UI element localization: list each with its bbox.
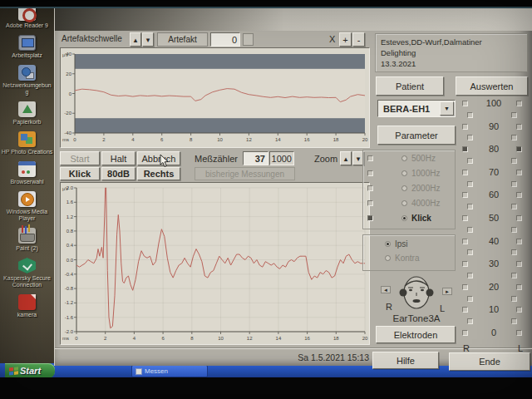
db-box-r-60[interactable]: [462, 192, 468, 198]
frequency-radio-2000hz[interactable]: [401, 185, 407, 191]
db-box-r-65[interactable]: [467, 181, 473, 187]
frequency-checkbox-4000hz[interactable]: [367, 200, 373, 206]
zoom-out-button[interactable]: -: [352, 32, 365, 47]
db-box-r-100[interactable]: [462, 101, 468, 106]
db-box-l-50[interactable]: [516, 215, 522, 221]
bisherige-messungen-button[interactable]: bisherige Messungen: [195, 167, 295, 180]
parameter-button[interactable]: Parameter: [377, 126, 456, 145]
db-box-r-70[interactable]: [462, 170, 468, 175]
db-box-l-40[interactable]: [516, 239, 522, 244]
db-box-l-90[interactable]: [516, 124, 522, 130]
db-box-r-15[interactable]: [467, 296, 473, 302]
db-box-r-50[interactable]: [462, 215, 468, 221]
db-box-l-35[interactable]: [511, 249, 517, 255]
frequency-checkbox-1000hz[interactable]: [367, 170, 373, 176]
stimulus-button[interactable]: Klick: [60, 167, 100, 180]
desktop-icon-media-player[interactable]: Windows Media Player: [2, 191, 53, 222]
desktop-icon-recycle-bin[interactable]: Papierkorb: [2, 101, 53, 126]
db-box-l-5[interactable]: [511, 318, 517, 324]
db-box-l-65[interactable]: [511, 181, 517, 187]
db-box-l-15[interactable]: [511, 296, 517, 302]
db-box-r-90[interactable]: [462, 124, 468, 130]
routing-radio-ipsi[interactable]: [385, 241, 391, 247]
frequency-checkbox-2000hz[interactable]: [367, 185, 373, 191]
desktop-icon-my-computer[interactable]: Arbeitsplatz: [2, 35, 53, 59]
routing-radio-kontra[interactable]: [385, 255, 391, 261]
db-box-r-80[interactable]: [462, 146, 468, 152]
db-box-r-5[interactable]: [467, 318, 473, 324]
frequency-checkbox-klick[interactable]: [367, 215, 373, 221]
start-measurement-button[interactable]: Start: [60, 151, 100, 165]
svg-text:0.4: 0.4: [66, 243, 74, 248]
desktop-icon-camera-doc[interactable]: kamera: [2, 294, 53, 318]
db-box-r-10[interactable]: [462, 307, 468, 313]
db-box-l-75[interactable]: [511, 158, 517, 164]
db-box-l-10[interactable]: [516, 307, 522, 313]
db-box-r-40[interactable]: [462, 239, 468, 244]
db-box-l-20[interactable]: [516, 284, 522, 290]
desktop-icon-kaspersky[interactable]: Kaspersky Secure Connection: [2, 258, 53, 288]
frequency-radio-klick[interactable]: [401, 215, 407, 221]
zoom-in-button[interactable]: +: [339, 32, 352, 47]
frequency-radio-1000hz[interactable]: [401, 170, 407, 176]
db-box-l-55[interactable]: [511, 204, 517, 209]
db-box-l-25[interactable]: [511, 273, 517, 278]
db-box-r-20[interactable]: [462, 284, 468, 290]
desktop-icon-browser-choice[interactable]: Browserwahl: [2, 161, 53, 185]
hilfe-button[interactable]: Hilfe: [372, 352, 439, 369]
side-button[interactable]: Rechts: [137, 167, 180, 180]
frequency-label-1000hz[interactable]: 1000Hz: [411, 169, 440, 178]
taskbar-task-button[interactable]: Messen: [131, 365, 208, 377]
db-box-l-0[interactable]: [516, 330, 522, 336]
db-box-r-75[interactable]: [467, 158, 473, 164]
db-box-r-30[interactable]: [462, 261, 468, 267]
frequency-checkbox-500hz[interactable]: [367, 155, 373, 161]
db-box-r-95[interactable]: [467, 112, 473, 118]
svg-text:-1.2: -1.2: [65, 300, 74, 305]
patient-button[interactable]: Patient: [376, 76, 444, 96]
routing-label-ipsi[interactable]: Ipsi: [395, 239, 408, 249]
frequency-label-500hz[interactable]: 500Hz: [411, 154, 436, 163]
db-box-r-55[interactable]: [467, 204, 473, 209]
ende-button[interactable]: Ende: [449, 352, 530, 371]
desktop-icon-paint[interactable]: Paint (2): [2, 228, 53, 252]
frequency-radio-500hz[interactable]: [401, 155, 407, 161]
desktop-icon-network[interactable]: Netzwerkumgebung: [2, 65, 53, 96]
level-button[interactable]: 80dB: [101, 167, 135, 180]
db-box-l-95[interactable]: [511, 112, 517, 118]
db-box-l-45[interactable]: [511, 227, 517, 233]
elektroden-button[interactable]: Elektroden: [376, 326, 456, 343]
db-level-scale: 1009080706050403020100RL: [456, 97, 532, 357]
desktop-icon-adobe-reader[interactable]: Adobe Reader 9: [2, 5, 53, 29]
frequency-radio-4000hz[interactable]: [401, 200, 407, 206]
auswerten-button[interactable]: Auswerten: [456, 76, 528, 96]
device-select-arrow[interactable]: ▼: [440, 101, 454, 116]
db-box-l-85[interactable]: [511, 135, 517, 140]
db-box-l-80[interactable]: [516, 146, 522, 152]
db-box-l-60[interactable]: [516, 192, 522, 198]
artefakt-checkbox[interactable]: [243, 33, 254, 46]
abbruch-button[interactable]: Abbruch: [137, 151, 180, 165]
db-box-r-0[interactable]: [462, 330, 468, 336]
start-button[interactable]: Start: [5, 363, 55, 378]
db-box-r-85[interactable]: [467, 135, 473, 140]
artefakt-button[interactable]: Artefakt: [157, 32, 208, 47]
right-arrow-box[interactable]: ►: [442, 288, 452, 295]
artefaktschwelle-down-button[interactable]: ▾: [142, 32, 154, 47]
zoom-up-button[interactable]: ▴: [340, 151, 352, 165]
db-box-r-45[interactable]: [467, 227, 473, 233]
left-arrow-box[interactable]: ◄: [381, 286, 391, 293]
frequency-label-4000hz[interactable]: 4000Hz: [411, 199, 440, 208]
frequency-label-2000hz[interactable]: 2000Hz: [411, 184, 440, 193]
artefakt-value-field[interactable]: 0: [210, 32, 240, 47]
artefaktschwelle-up-button[interactable]: ▴: [130, 32, 141, 47]
db-box-r-25[interactable]: [467, 273, 473, 278]
halt-button[interactable]: Halt: [101, 151, 135, 165]
db-box-l-70[interactable]: [516, 170, 522, 175]
routing-label-kontra[interactable]: Kontra: [395, 254, 419, 263]
db-box-l-100[interactable]: [516, 101, 522, 106]
db-box-r-35[interactable]: [467, 249, 473, 255]
frequency-label-klick[interactable]: Klick: [411, 214, 431, 223]
desktop-icon-hp-photo[interactable]: HP Photo Creations: [2, 131, 53, 155]
db-box-l-30[interactable]: [516, 261, 522, 267]
